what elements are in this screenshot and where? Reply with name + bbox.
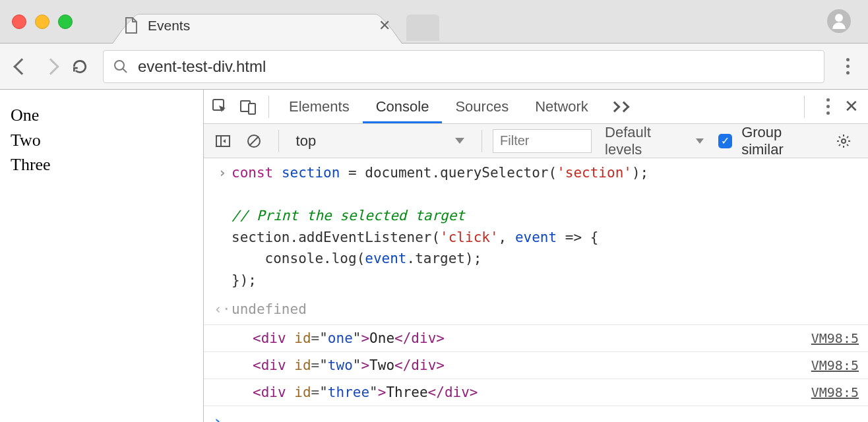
devtools-close-button[interactable]: ✕ bbox=[838, 93, 865, 121]
console-log-row[interactable]: <div id="two">Two</div> VM98:5 bbox=[204, 351, 868, 378]
dropdown-icon bbox=[696, 138, 704, 144]
page-item-one[interactable]: One bbox=[11, 103, 193, 128]
console-log-row[interactable]: <div id="one">One</div> VM98:5 bbox=[204, 324, 868, 351]
group-similar-checkbox[interactable]: ✓ bbox=[718, 134, 733, 148]
address-bar[interactable] bbox=[103, 50, 824, 83]
window-minimize-button[interactable] bbox=[35, 15, 49, 29]
inspect-element-icon[interactable] bbox=[206, 93, 234, 121]
window-controls bbox=[12, 15, 73, 29]
tab-network[interactable]: Network bbox=[522, 90, 602, 123]
tab-title: Events bbox=[148, 18, 369, 34]
console-output: › const section = document.querySelector… bbox=[204, 158, 868, 422]
profile-avatar[interactable] bbox=[827, 9, 851, 33]
console-return-entry: ‹· undefined bbox=[204, 295, 868, 324]
window-close-button[interactable] bbox=[12, 15, 26, 29]
search-icon bbox=[113, 59, 129, 75]
devtools-tab-bar: Elements Console Sources Network ✕ bbox=[204, 90, 868, 124]
console-code[interactable]: const section = document.querySelector('… bbox=[232, 162, 648, 291]
devtools-menu-button[interactable] bbox=[818, 98, 838, 115]
svg-point-0 bbox=[115, 61, 124, 70]
log-source-link[interactable]: VM98:5 bbox=[811, 384, 859, 400]
console-log-row[interactable]: <div id="three">Three</div> VM98:5 bbox=[204, 378, 868, 406]
browser-toolbar bbox=[0, 44, 868, 90]
tab-strip: Events ✕ bbox=[0, 0, 868, 44]
dropdown-icon bbox=[455, 138, 464, 144]
svg-point-9 bbox=[842, 139, 846, 143]
group-similar-label[interactable]: Group similar bbox=[741, 124, 826, 158]
log-levels-selector[interactable]: Default levels bbox=[605, 124, 703, 158]
context-value: top bbox=[296, 133, 317, 150]
console-prompt[interactable]: › bbox=[204, 406, 868, 422]
output-chevron-icon: ‹· bbox=[214, 301, 230, 317]
content-area: One Two Three Elements Console Sources N… bbox=[0, 90, 868, 422]
console-settings-icon[interactable] bbox=[830, 127, 857, 155]
svg-rect-6 bbox=[216, 136, 221, 146]
browser-menu-button[interactable] bbox=[838, 58, 857, 75]
return-value: undefined bbox=[232, 299, 307, 320]
forward-button[interactable] bbox=[40, 55, 62, 78]
context-selector[interactable]: top bbox=[290, 129, 472, 153]
clear-console-icon[interactable] bbox=[240, 127, 267, 155]
back-button[interactable] bbox=[11, 55, 33, 78]
tabs: Events ✕ bbox=[112, 7, 439, 44]
prompt-chevron-icon: › bbox=[213, 413, 222, 422]
device-toggle-icon[interactable] bbox=[234, 93, 262, 121]
tab-console[interactable]: Console bbox=[363, 90, 443, 123]
tab-elements[interactable]: Elements bbox=[276, 90, 363, 123]
page-item-three[interactable]: Three bbox=[11, 152, 193, 177]
browser-chrome: Events ✕ bbox=[0, 0, 868, 90]
reload-button[interactable] bbox=[69, 55, 91, 78]
console-input-entry: › const section = document.querySelector… bbox=[204, 158, 868, 295]
input-chevron-icon: › bbox=[218, 165, 227, 181]
console-filter-input[interactable] bbox=[493, 129, 592, 153]
tab-close-button[interactable]: ✕ bbox=[379, 17, 390, 34]
log-source-link[interactable]: VM98:5 bbox=[811, 357, 859, 373]
svg-rect-4 bbox=[249, 104, 255, 114]
svg-line-1 bbox=[123, 69, 127, 73]
more-tabs-icon[interactable] bbox=[611, 103, 628, 111]
window-maximize-button[interactable] bbox=[58, 15, 73, 29]
console-sidebar-toggle-icon[interactable] bbox=[209, 127, 236, 155]
page-item-two[interactable]: Two bbox=[11, 128, 193, 153]
console-toolbar: top Default levels ✓ Group similar bbox=[204, 124, 868, 158]
levels-label: Default levels bbox=[605, 124, 690, 158]
url-input[interactable] bbox=[138, 57, 815, 76]
log-source-link[interactable]: VM98:5 bbox=[811, 330, 859, 346]
page-icon bbox=[124, 17, 139, 34]
svg-line-8 bbox=[249, 136, 259, 146]
devtools-panel: Elements Console Sources Network ✕ bbox=[203, 90, 868, 422]
new-tab-button[interactable] bbox=[406, 15, 439, 41]
rendered-page: One Two Three bbox=[0, 90, 203, 422]
browser-tab-active[interactable]: Events ✕ bbox=[112, 7, 402, 44]
tab-sources[interactable]: Sources bbox=[442, 90, 522, 123]
